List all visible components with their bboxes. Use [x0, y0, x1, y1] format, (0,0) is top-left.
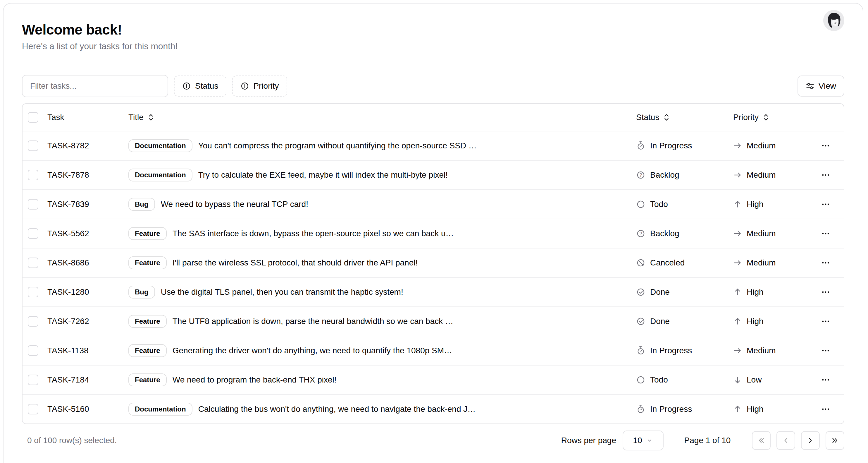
arrow-right-icon: [733, 258, 742, 267]
row-checkbox[interactable]: [28, 287, 38, 297]
task-title: I'll parse the wireless SSL protocol, th…: [173, 258, 418, 267]
priority-text: High: [747, 317, 764, 326]
row-actions-button[interactable]: [816, 283, 835, 301]
arrow-right-icon: [733, 346, 742, 355]
priority-text: High: [747, 287, 764, 297]
view-button[interactable]: View: [798, 76, 844, 96]
chevron-right-icon: [806, 436, 815, 445]
double-chevron-right-icon: [831, 436, 839, 445]
row-actions-button[interactable]: [816, 254, 835, 272]
arrow-up-icon: [733, 405, 742, 413]
caret-sort-icon: [662, 113, 671, 122]
table-row[interactable]: TASK-7262 Feature The UTF8 application i…: [23, 307, 844, 336]
table-row[interactable]: TASK-1138 Feature Generating the driver …: [23, 336, 844, 365]
priority-text: High: [747, 200, 764, 209]
task-id: TASK-8782: [48, 141, 89, 150]
last-page-button[interactable]: [826, 431, 844, 450]
task-label-badge: Feature: [128, 344, 167, 357]
dots-horizontal-icon: [821, 229, 830, 238]
table-row[interactable]: TASK-5562 Feature The SAS interface is d…: [23, 219, 844, 248]
rows-per-page-select[interactable]: 10: [623, 431, 663, 451]
previous-page-button[interactable]: [776, 431, 795, 450]
status-cell: Todo: [636, 375, 733, 384]
table-row[interactable]: TASK-7184 Feature We need to program the…: [23, 365, 844, 394]
task-label-badge: Feature: [128, 227, 167, 240]
dots-horizontal-icon: [821, 375, 830, 384]
row-actions-button[interactable]: [816, 136, 835, 155]
row-checkbox[interactable]: [28, 170, 38, 180]
column-header-title[interactable]: Title: [128, 113, 155, 122]
task-id: TASK-5562: [48, 229, 89, 238]
task-id: TASK-7839: [48, 200, 89, 209]
table-row[interactable]: TASK-5160 Documentation Calculating the …: [23, 394, 844, 424]
row-actions-button[interactable]: [816, 224, 835, 243]
column-header-task: Task: [48, 113, 64, 122]
row-actions-button[interactable]: [816, 195, 835, 214]
priority-cell: High: [733, 317, 807, 326]
row-checkbox[interactable]: [28, 375, 38, 385]
dots-horizontal-icon: [821, 258, 830, 267]
first-page-button[interactable]: [752, 431, 771, 450]
row-actions-button[interactable]: [816, 312, 835, 331]
row-actions-button[interactable]: [816, 166, 835, 184]
status-filter-label: Status: [195, 81, 218, 91]
status-text: Todo: [650, 375, 668, 384]
stopwatch-icon: [636, 141, 646, 150]
priority-text: Medium: [747, 258, 776, 267]
priority-text: High: [747, 404, 764, 414]
table-row[interactable]: TASK-8782 Documentation You can't compre…: [23, 131, 844, 160]
row-actions-button[interactable]: [816, 400, 835, 418]
table-row[interactable]: TASK-7878 Documentation Try to calculate…: [23, 160, 844, 190]
task-title: Generating the driver won't do anything,…: [173, 346, 452, 355]
tasks-table: Task Title Status Priority TASK-8782 Doc…: [22, 103, 844, 424]
question-circle-icon: [636, 170, 646, 180]
dots-horizontal-icon: [821, 141, 830, 150]
priority-cell: High: [733, 404, 807, 414]
row-checkbox[interactable]: [28, 228, 38, 239]
row-checkbox[interactable]: [28, 316, 38, 327]
priority-cell: Medium: [733, 141, 807, 150]
row-checkbox[interactable]: [28, 345, 38, 356]
rows-per-page-value: 10: [633, 436, 642, 445]
status-filter-button[interactable]: Status: [174, 76, 226, 96]
dots-horizontal-icon: [821, 287, 830, 297]
column-header-status[interactable]: Status: [636, 113, 671, 122]
table-row[interactable]: TASK-1280 Bug Use the digital TLS panel,…: [23, 277, 844, 307]
arrow-right-icon: [733, 171, 742, 179]
user-avatar[interactable]: [823, 10, 844, 31]
caret-sort-icon: [147, 113, 155, 122]
arrow-up-icon: [733, 317, 742, 326]
status-cell: Backlog: [636, 170, 733, 180]
table-row[interactable]: TASK-7839 Bug We need to bypass the neur…: [23, 190, 844, 219]
select-all-checkbox[interactable]: [28, 112, 38, 123]
row-checkbox[interactable]: [28, 141, 38, 151]
table-row[interactable]: TASK-8686 Feature I'll parse the wireles…: [23, 248, 844, 277]
stopwatch-icon: [636, 346, 646, 355]
table-body: TASK-8782 Documentation You can't compre…: [23, 131, 844, 424]
priority-filter-button[interactable]: Priority: [232, 76, 287, 96]
plus-circle-icon: [182, 82, 191, 90]
column-header-priority[interactable]: Priority: [733, 113, 770, 122]
arrow-right-icon: [733, 141, 742, 150]
row-actions-button[interactable]: [816, 371, 835, 389]
row-checkbox[interactable]: [28, 258, 38, 268]
row-checkbox[interactable]: [28, 199, 38, 209]
priority-text: Medium: [747, 229, 776, 238]
next-page-button[interactable]: [801, 431, 820, 450]
avatar-illustration: [823, 10, 844, 31]
status-cell: Done: [636, 287, 733, 297]
table-toolbar: Status Priority View: [22, 75, 844, 97]
status-text: In Progress: [650, 346, 692, 355]
row-checkbox[interactable]: [28, 404, 38, 414]
row-actions-button[interactable]: [816, 341, 835, 360]
priority-filter-label: Priority: [253, 81, 279, 91]
caret-sort-icon: [762, 113, 770, 122]
task-title: The SAS interface is down, bypass the op…: [173, 229, 454, 238]
filter-tasks-input[interactable]: [22, 75, 168, 97]
task-id: TASK-1280: [48, 287, 89, 297]
task-label-badge: Feature: [128, 315, 167, 328]
double-chevron-left-icon: [757, 436, 766, 445]
task-label-badge: Feature: [128, 373, 167, 386]
task-id: TASK-7878: [48, 170, 89, 180]
task-id: TASK-8686: [48, 258, 89, 267]
